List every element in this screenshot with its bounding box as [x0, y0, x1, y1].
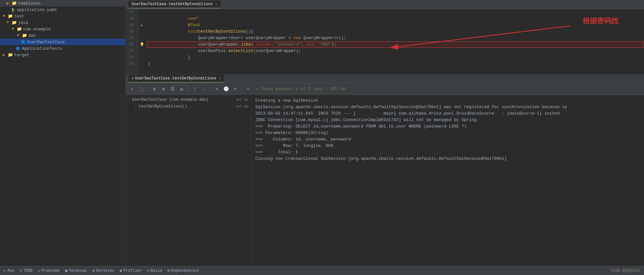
line-num-47: 47: [126, 9, 136, 15]
pass-icon: ✓: [128, 97, 131, 102]
sidebar-item-templates[interactable]: ▶ 📁 templates: [0, 0, 125, 6]
output-line-3: JDBC Connection [com.mysql.cj.jdbc.Conne…: [255, 117, 640, 123]
sidebar-item-test[interactable]: ▼ 📁 test: [0, 13, 125, 19]
sidebar-item-userdaotastcase[interactable]: 🔵 UserDaoTastCase: [0, 39, 125, 45]
folder-icon: 📁: [17, 26, 22, 32]
folder-arrow-icon: ▶: [1, 52, 6, 57]
run-gutter-icon[interactable]: ▶: [141, 23, 143, 28]
more-btn[interactable]: ⋯: [244, 85, 252, 93]
code-line-54: }: [148, 54, 644, 61]
folder-icon: 📁: [22, 33, 27, 38]
status-build[interactable]: ⚒ Build: [147, 268, 162, 273]
line-num-49: 49: [126, 22, 136, 28]
test-method-label: testGetByConditions(): [138, 104, 187, 109]
divider-1: [148, 86, 148, 92]
align-center-btn[interactable]: ☰: [169, 85, 176, 93]
sort-desc-btn[interactable]: ⇵: [160, 85, 167, 93]
services-label: Services: [96, 269, 115, 273]
status-bar: ▶ Run ≡ TODO ⚠ Problems ▣ Terminal ◈ Ser…: [0, 266, 644, 275]
sidebar-item-label: ApplicationTests: [22, 46, 62, 51]
output-line-8: <== Total: 1: [255, 149, 640, 156]
check-btn[interactable]: ✓: [128, 85, 136, 93]
test-tree-item-method[interactable]: ✓ testGetByConditions() 927 ms: [126, 103, 251, 110]
code-line-48: new *: [148, 15, 644, 22]
lightbulb-icon[interactable]: 💡: [140, 42, 144, 47]
code-line-52: userQueryWrapper.like( column: "password…: [147, 41, 644, 48]
profiler-label: Profiler: [123, 269, 142, 273]
folder-icon: ▶: [5, 1, 10, 6]
line-num-51: 51: [126, 35, 136, 41]
sort-asc-btn[interactable]: ⇅: [151, 85, 158, 93]
output-line-4: ==> Preparing: SELECT id,username,passwo…: [255, 123, 640, 130]
run-body: ✓ UserDaoTastCase (com.example.dao) 927 …: [126, 95, 644, 266]
java-icon: 🔵: [21, 39, 26, 45]
profiler-icon: ◉: [120, 268, 122, 273]
sidebar-item-dao[interactable]: ▼ 📁 dao: [0, 32, 125, 39]
terminal-icon: ▣: [65, 268, 67, 273]
status-problems[interactable]: ⚠ Problems: [38, 268, 60, 273]
export-btn[interactable]: ⬈: [231, 85, 239, 93]
output-area[interactable]: Creating a new SqlSession SqlSession [or…: [251, 95, 644, 266]
up-btn[interactable]: ↑: [191, 85, 199, 93]
code-line-53: userDaoPlus.selectList(userQueryWrapper)…: [148, 48, 644, 54]
todo-label: TODO: [23, 269, 33, 273]
status-dependencies[interactable]: ⊞ Dependencies: [167, 268, 199, 273]
test-tree-item-class[interactable]: ✓ UserDaoTastCase (com.example.dao) 927 …: [126, 96, 251, 103]
run-label: Run: [7, 269, 15, 273]
sidebar-item-label: dao: [28, 33, 36, 38]
status-todo[interactable]: ≡ TODO: [20, 269, 33, 273]
sidebar-item-applicationtests[interactable]: 🔵 ApplicationTests: [0, 45, 125, 52]
code-content[interactable]: new * @Test void testGetByConditions(){ …: [145, 9, 644, 74]
output-line-7: <== Row: 7, longjie, 888: [255, 143, 640, 149]
output-line-6: <== Columns: id, username, password: [255, 136, 640, 143]
output-line-5: ==> Parameters: %888%(String): [255, 130, 640, 136]
sidebar-item-label: java: [18, 20, 28, 25]
editor-tab[interactable]: UserDaoTastCase.testGetByConditions ✕: [128, 1, 220, 8]
sidebar-item-application-yaml[interactable]: 🍃 application.yaml: [0, 6, 125, 13]
sidebar: ▶ 📁 templates 🍃 application.yaml ▼ 📁 tes…: [0, 0, 126, 266]
sidebar-item-java[interactable]: ▼ 📁 java: [0, 19, 125, 26]
import-btn[interactable]: ⬊: [213, 85, 221, 93]
folder-arrow-icon: ▼: [15, 33, 21, 38]
code-line-47: [148, 9, 644, 15]
status-services[interactable]: ◈ Services: [93, 268, 115, 273]
pass-icon-method: ✓: [135, 104, 137, 109]
folder-color-icon: 📁: [12, 1, 17, 6]
test-status-text: Tests passed: 1 of 1 test – 927 ms: [260, 87, 346, 91]
stop-btn[interactable]: ⬛: [137, 85, 145, 93]
status-terminal[interactable]: ▣ Terminal: [65, 268, 87, 273]
csdn-label: CSDN @恶能比比: [611, 268, 640, 273]
yaml-icon: 🍃: [10, 7, 15, 12]
folder-icon: 📁: [8, 52, 13, 57]
dependencies-label: Dependencies: [171, 269, 199, 273]
run-tab-label: UserDaoTastCase.testGetByConditions: [135, 76, 216, 81]
content-area: UserDaoTastCase.testGetByConditions ✕ 47…: [126, 0, 644, 266]
build-icon: ⚒: [147, 268, 149, 273]
sidebar-item-com-example[interactable]: ▼ 📁 com.example: [0, 26, 125, 32]
down-btn[interactable]: ↓: [200, 85, 208, 93]
line-num-48: 48: [126, 15, 136, 22]
status-run[interactable]: ▶ Run: [4, 268, 15, 273]
sidebar-item-label: UserDaoTastCase: [27, 40, 65, 45]
line-num-54: 54: [126, 54, 136, 61]
run-tab-close-icon[interactable]: ✕: [219, 76, 221, 80]
todo-icon: ≡: [20, 269, 22, 273]
sidebar-item-target[interactable]: ▶ 📁 target: [0, 52, 125, 58]
divider-4: [241, 86, 242, 92]
sidebar-item-label: test: [14, 14, 24, 19]
code-editor: UserDaoTastCase.testGetByConditions ✕ 47…: [126, 0, 644, 74]
line-num-50: 50: [126, 28, 136, 35]
clock-btn[interactable]: 🕐: [222, 85, 230, 93]
code-line-50: void testGetByConditions(){: [148, 28, 644, 35]
align-equal-btn[interactable]: ⚌: [178, 85, 185, 93]
output-line-9: Closing non transactional SqlSession [or…: [255, 156, 640, 162]
output-line-1: SqlSession [org.apache.ibatis.session.de…: [255, 104, 640, 110]
main-container: ▶ 📁 templates 🍃 application.yaml ▼ 📁 tes…: [0, 0, 644, 266]
run-tab-bar: ◆ UserDaoTastCase.testGetByConditions ✕: [126, 74, 644, 83]
status-profiler[interactable]: ◉ Profiler: [120, 268, 142, 273]
run-panel-tab[interactable]: ◆ UserDaoTastCase.testGetByConditions ✕: [128, 75, 224, 83]
editor-tab-close[interactable]: ✕: [215, 2, 217, 6]
sidebar-item-label: templates: [18, 1, 41, 6]
output-line-0: Creating a new SqlSession: [255, 97, 640, 104]
build-label: Build: [151, 269, 162, 273]
